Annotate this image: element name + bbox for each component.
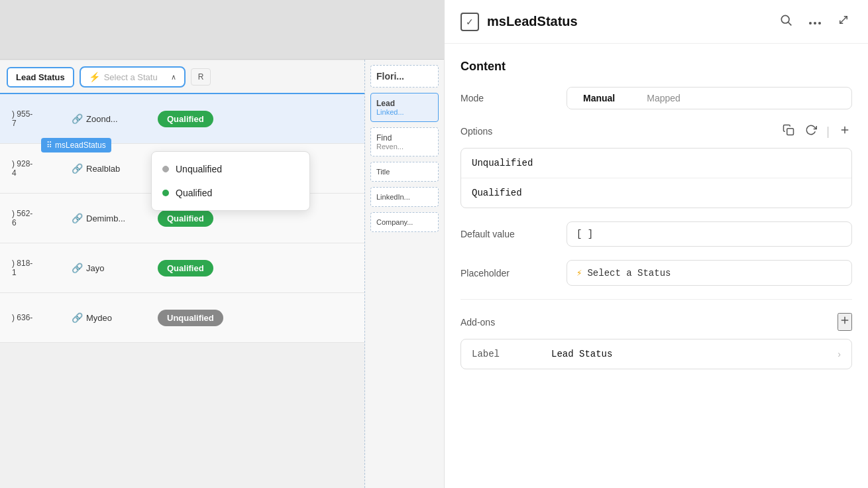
search-button[interactable] xyxy=(777,11,795,32)
mode-manual-button[interactable]: Manual xyxy=(567,88,631,109)
left-panel: Lead Status ⚡ Select a Statu ∧ R ⠿ msLea… xyxy=(0,0,444,488)
svg-point-2 xyxy=(809,22,812,25)
placeholder-field-row: Placeholder ⚡ Select a Status xyxy=(461,260,852,286)
drag-icon: ⠿ xyxy=(46,141,52,150)
add-addon-button[interactable] xyxy=(838,313,852,331)
option-unqualified[interactable]: Unqualified xyxy=(461,149,851,178)
lightning-icon: ⚡ xyxy=(89,72,100,82)
cell-phone: ) 955-7 xyxy=(7,109,66,128)
unqualified-label: Unqualified xyxy=(176,164,222,174)
select-placeholder-text: Select a Statu xyxy=(104,72,158,82)
link-icon: 🔗 xyxy=(72,113,83,124)
addon-value: Lead Status xyxy=(551,349,838,359)
right-panel-body: Content Mode Manual Mapped Options xyxy=(445,44,868,385)
svg-line-6 xyxy=(840,20,843,23)
cell-company: 🔗 Mydeo xyxy=(66,312,152,323)
lead-status-column-header[interactable]: Lead Status xyxy=(7,67,74,88)
chevron-up-icon: ∧ xyxy=(171,73,176,82)
addon-key: Label xyxy=(472,349,551,359)
addons-row: Add-ons xyxy=(461,313,852,331)
cell-phone: ) 818-1 xyxy=(7,259,66,277)
refresh-options-button[interactable] xyxy=(804,123,818,140)
default-value-label: Default value xyxy=(461,229,567,239)
expand-button[interactable] xyxy=(835,11,852,32)
link-icon: 🔗 xyxy=(72,263,83,273)
cell-company: 🔗 Jayo xyxy=(66,263,152,273)
mode-mapped-button[interactable]: Mapped xyxy=(631,88,696,109)
dropdown-item-qualified[interactable]: Qualified xyxy=(152,181,309,205)
dropdown-item-unqualified[interactable]: Unqualified xyxy=(152,157,309,181)
svg-point-3 xyxy=(814,22,816,25)
component-icon: ✓ xyxy=(461,13,479,31)
options-separator: | xyxy=(826,125,830,139)
svg-point-0 xyxy=(781,15,789,23)
col-r-header: R xyxy=(191,68,211,86)
cell-status: Qualified xyxy=(152,260,219,276)
add-option-button[interactable] xyxy=(838,123,852,140)
unqualified-dot xyxy=(162,166,169,172)
cell-company: 🔗 Demimb... xyxy=(66,213,152,223)
mode-label: Mode xyxy=(461,93,567,103)
option-qualified[interactable]: Qualified xyxy=(461,178,851,208)
right-panel: ✓ msLeadStatus xyxy=(444,0,868,488)
mini-card-find: Find Reven... xyxy=(370,127,439,156)
options-actions: | xyxy=(781,123,852,140)
cell-phone: ) 928-4 xyxy=(7,159,66,178)
mini-card-lead: Lead Linked... xyxy=(370,93,439,122)
link-icon: 🔗 xyxy=(72,163,83,174)
svg-point-4 xyxy=(818,22,821,25)
placeholder-lightning-icon: ⚡ xyxy=(576,267,582,278)
ms-label-text: msLeadStatus xyxy=(55,141,106,150)
cell-phone: ) 636- xyxy=(7,313,66,322)
mode-toggle: Manual Mapped xyxy=(567,87,852,109)
cell-status: Qualified xyxy=(152,210,219,227)
cell-company: 🔗 Zoond... xyxy=(66,113,152,124)
component-title: msLeadStatus xyxy=(487,14,769,29)
mini-card-flori: Flori... xyxy=(370,65,439,88)
mode-toggle-container: Manual Mapped xyxy=(567,87,852,109)
cell-status: Qualified xyxy=(152,111,219,127)
cell-phone: ) 562-6 xyxy=(7,209,66,227)
content-section-title: Content xyxy=(461,60,852,74)
addon-chevron-icon: › xyxy=(838,349,841,359)
status-badge: Qualified xyxy=(158,260,213,276)
cell-status: Unqualified xyxy=(152,310,229,326)
mini-card-title: Title xyxy=(370,162,439,182)
qualified-dot xyxy=(162,190,169,196)
more-options-button[interactable] xyxy=(806,12,824,31)
svg-line-1 xyxy=(788,23,792,26)
options-row-header: Options | xyxy=(461,123,852,140)
select-status-dropdown[interactable]: ⚡ Select a Statu ∧ xyxy=(80,66,186,88)
status-badge: Qualified xyxy=(158,210,213,227)
mini-card-company: Company... xyxy=(370,212,439,232)
svg-line-5 xyxy=(843,17,847,20)
addons-label: Add-ons xyxy=(461,317,838,328)
link-icon: 🔗 xyxy=(72,213,83,223)
placeholder-label: Placeholder xyxy=(461,268,567,278)
addon-label-item[interactable]: Label Lead Status › xyxy=(461,339,851,369)
divider xyxy=(461,299,852,300)
status-dropdown-popup: Unqualified Qualified xyxy=(151,151,310,211)
header-actions xyxy=(777,11,852,32)
right-panel-header: ✓ msLeadStatus xyxy=(445,0,868,44)
top-bar xyxy=(0,0,444,60)
placeholder-field-display[interactable]: ⚡ Select a Status xyxy=(567,260,852,286)
mini-card-linkedin: LinkedIn... xyxy=(370,187,439,207)
ms-lead-status-label[interactable]: ⠿ msLeadStatus xyxy=(41,138,111,152)
copy-options-button[interactable] xyxy=(781,123,796,140)
placeholder-input-container: ⚡ Select a Status xyxy=(567,260,852,286)
default-value-input[interactable] xyxy=(567,221,852,247)
status-badge: Qualified xyxy=(158,111,213,127)
default-value-input-container xyxy=(567,221,852,247)
qualified-label: Qualified xyxy=(176,188,212,198)
default-value-field-row: Default value xyxy=(461,221,852,247)
placeholder-text: Select a Status xyxy=(587,268,671,278)
status-badge: Unqualified xyxy=(158,310,223,326)
mode-field-row: Mode Manual Mapped xyxy=(461,87,852,109)
right-mini-panel: Flori... Lead Linked... Find Reven... Ti… xyxy=(364,60,444,488)
options-list-box: Unqualified Qualified xyxy=(461,148,852,208)
link-icon: 🔗 xyxy=(72,312,83,323)
addon-box: Label Lead Status › xyxy=(461,339,852,369)
svg-rect-7 xyxy=(787,129,794,135)
options-label: Options xyxy=(461,126,567,137)
